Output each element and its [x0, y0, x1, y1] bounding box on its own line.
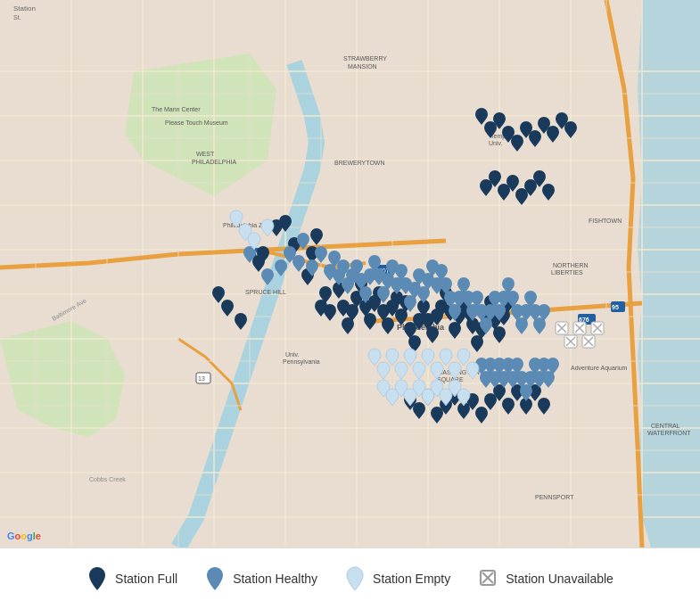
svg-text:WATERFRONT: WATERFRONT: [647, 430, 691, 436]
legend: Station Full Station Healthy Station Emp…: [0, 547, 700, 609]
svg-text:LIBERTIES: LIBERTIES: [551, 269, 583, 276]
map-svg: Station St. Google Baltimore Ave Cobbs C…: [0, 0, 700, 547]
healthy-station-icon: [204, 565, 226, 592]
svg-text:BREWERYTOWN: BREWERYTOWN: [334, 160, 385, 166]
svg-text:The Mann Center: The Mann Center: [152, 106, 201, 112]
legend-unavailable-label: Station Unavailable: [506, 572, 614, 586]
station-unavailable[interactable]: [564, 335, 577, 348]
svg-text:13: 13: [198, 375, 205, 382]
svg-text:NORTHERN: NORTHERN: [553, 262, 589, 268]
unavailable-station-icon: [477, 565, 498, 592]
empty-station-icon: [344, 565, 366, 592]
svg-point-94: [211, 572, 218, 579]
svg-text:Univ.: Univ.: [285, 351, 299, 358]
svg-text:STRAWBERRY: STRAWBERRY: [343, 55, 387, 62]
legend-empty-label: Station Empty: [373, 572, 450, 586]
svg-text:Google: Google: [7, 531, 41, 541]
legend-item-healthy: Station Healthy: [204, 565, 317, 592]
legend-item-full: Station Full: [86, 565, 177, 592]
station-unavailable[interactable]: [591, 322, 604, 334]
station-unavailable[interactable]: [556, 322, 568, 334]
svg-text:WEST: WEST: [196, 151, 215, 157]
station-unavailable[interactable]: [582, 335, 595, 348]
svg-text:Adventure Aquarium: Adventure Aquarium: [571, 365, 628, 372]
svg-text:Pennsylvania: Pennsylvania: [283, 358, 320, 366]
svg-text:Cobbs Creek: Cobbs Creek: [89, 476, 126, 482]
legend-healthy-label: Station Healthy: [233, 572, 317, 586]
svg-text:MANSION: MANSION: [348, 63, 377, 70]
svg-text:Station: Station: [13, 4, 36, 12]
svg-text:Please Touch Museum: Please Touch Museum: [165, 119, 228, 126]
map-container: Station St. Google Baltimore Ave Cobbs C…: [0, 0, 700, 547]
svg-text:95: 95: [612, 304, 619, 310]
svg-text:PENNSPORT: PENNSPORT: [535, 494, 574, 500]
station-unavailable[interactable]: [573, 322, 586, 334]
svg-point-93: [94, 572, 101, 579]
svg-text:CENTRAL: CENTRAL: [651, 423, 680, 429]
svg-text:Univ.: Univ.: [489, 140, 502, 146]
svg-text:SPRUCE HILL: SPRUCE HILL: [245, 289, 286, 295]
svg-text:St.: St.: [13, 14, 21, 21]
legend-item-unavailable: Station Unavailable: [477, 565, 614, 592]
legend-full-label: Station Full: [115, 572, 177, 586]
legend-item-empty: Station Empty: [344, 565, 450, 592]
svg-text:FISHTOWN: FISHTOWN: [589, 218, 622, 224]
full-station-icon: [86, 565, 108, 592]
svg-text:PHILADELPHIA: PHILADELPHIA: [192, 159, 237, 165]
